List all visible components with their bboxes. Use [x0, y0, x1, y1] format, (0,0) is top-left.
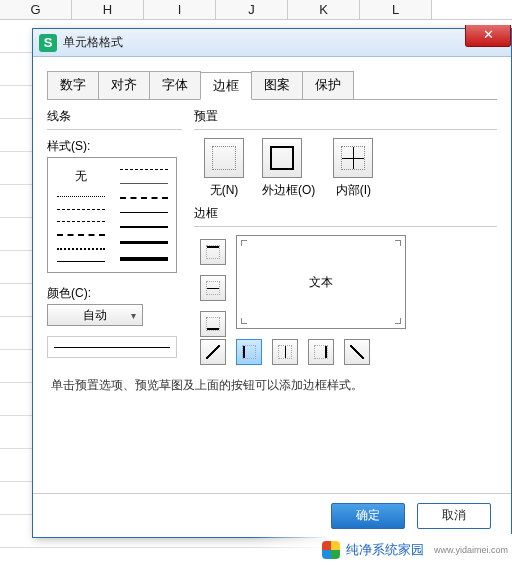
color-value: 自动: [83, 307, 107, 324]
preset-none-label: 无(N): [204, 182, 244, 199]
border-right-button[interactable]: [308, 339, 334, 365]
tab-pattern[interactable]: 图案: [251, 71, 303, 99]
dialog-buttons: 确定 取消: [33, 493, 511, 537]
color-dropdown[interactable]: 自动: [47, 304, 143, 326]
preview-text: 文本: [309, 274, 333, 291]
watermark-url: www.yidaimei.com: [434, 545, 508, 555]
border-vmid-button[interactable]: [272, 339, 298, 365]
style-dash-dot[interactable]: [57, 221, 105, 222]
ok-button[interactable]: 确定: [331, 503, 405, 529]
border-diag-up-button[interactable]: [200, 339, 226, 365]
line-style-picker[interactable]: 无: [47, 157, 177, 273]
col-header[interactable]: I: [144, 0, 216, 19]
style-double[interactable]: [120, 241, 168, 244]
tab-number[interactable]: 数字: [47, 71, 99, 99]
preset-outer-button[interactable]: [262, 138, 302, 178]
style-none[interactable]: 无: [75, 168, 87, 185]
border-hmid-button[interactable]: [200, 275, 226, 301]
border-top-button[interactable]: [200, 239, 226, 265]
tab-protect[interactable]: 保护: [302, 71, 354, 99]
column-headers: G H I J K L: [0, 0, 512, 20]
preset-outer-label: 外边框(O): [262, 182, 315, 199]
style-med-dash[interactable]: [120, 169, 168, 170]
watermark-brand: 纯净系统家园: [346, 541, 424, 559]
close-button[interactable]: ✕: [465, 25, 511, 47]
preset-section-label: 预置: [194, 108, 497, 125]
style-hair[interactable]: [120, 183, 168, 184]
preset-inner-label: 内部(I): [333, 182, 373, 199]
style-thick[interactable]: [120, 226, 168, 228]
watermark-icon: [322, 541, 340, 559]
style-dotted[interactable]: [57, 196, 105, 197]
app-icon: S: [39, 34, 57, 52]
border-section-label: 边框: [194, 205, 497, 222]
tabstrip: 数字 对齐 字体 边框 图案 保护: [47, 71, 497, 100]
style-dashed[interactable]: [57, 209, 105, 210]
titlebar[interactable]: S 单元格格式 ✕: [33, 29, 511, 57]
style-label: 样式(S):: [47, 138, 182, 155]
style-med-dash-dot[interactable]: [120, 197, 168, 199]
style-dash-dot-dot[interactable]: [57, 234, 105, 236]
col-header[interactable]: K: [288, 0, 360, 19]
cancel-button[interactable]: 取消: [417, 503, 491, 529]
border-preview[interactable]: 文本: [236, 235, 406, 329]
style-thin[interactable]: [57, 261, 105, 262]
color-label: 颜色(C):: [47, 285, 182, 302]
col-header[interactable]: H: [72, 0, 144, 19]
style-extra-thick[interactable]: [120, 257, 168, 261]
hint-text: 单击预置选项、预览草图及上面的按钮可以添加边框样式。: [33, 373, 511, 398]
border-bottom-button[interactable]: [200, 311, 226, 337]
preset-inner-button[interactable]: [333, 138, 373, 178]
tab-align[interactable]: 对齐: [98, 71, 150, 99]
watermark: 纯净系统家园 www.yidaimei.com: [252, 534, 512, 566]
tab-font[interactable]: 字体: [149, 71, 201, 99]
cell-format-dialog: S 单元格格式 ✕ 数字 对齐 字体 边框 图案 保护 线条 样式(S): 无: [32, 28, 512, 538]
border-diag-down-button[interactable]: [344, 339, 370, 365]
col-header[interactable]: G: [0, 0, 72, 19]
line-sample: [47, 336, 177, 358]
col-header[interactable]: L: [360, 0, 432, 19]
dialog-title: 单元格格式: [63, 34, 123, 51]
style-medium[interactable]: [120, 212, 168, 213]
line-section-label: 线条: [47, 108, 182, 125]
tab-border[interactable]: 边框: [200, 72, 252, 100]
border-left-button[interactable]: [236, 339, 262, 365]
col-header[interactable]: J: [216, 0, 288, 19]
style-long-dash[interactable]: [57, 248, 105, 250]
preset-none-button[interactable]: [204, 138, 244, 178]
